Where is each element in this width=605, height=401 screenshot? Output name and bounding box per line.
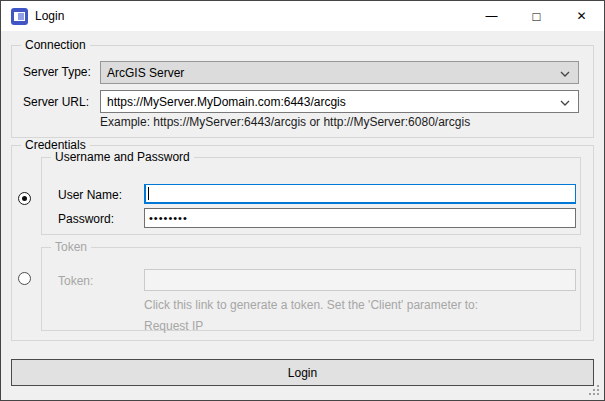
- server-type-label: Server Type:: [23, 65, 91, 79]
- password-input[interactable]: [144, 208, 576, 228]
- form-icon: [11, 8, 28, 25]
- minimize-icon: —: [486, 9, 498, 23]
- server-type-value: ArcGIS Server: [107, 66, 184, 80]
- connection-group-label: Connection: [21, 38, 90, 52]
- token-hint-text: Click this link to generate a token. Set…: [144, 298, 478, 312]
- chevron-down-icon: [560, 71, 570, 77]
- username-password-radio[interactable]: [18, 192, 31, 205]
- maximize-icon: □: [533, 9, 541, 24]
- user-name-label: User Name:: [58, 188, 122, 202]
- login-button[interactable]: Login: [11, 359, 594, 386]
- close-button[interactable]: ✕: [559, 1, 604, 31]
- server-url-label: Server URL:: [23, 95, 89, 109]
- text-caret: [148, 187, 149, 200]
- window-title: Login: [35, 9, 64, 23]
- login-button-label: Login: [288, 366, 317, 380]
- token-group-label: Token: [51, 240, 91, 254]
- server-url-value: https://MyServer.MyDomain.com:6443/arcgi…: [107, 95, 346, 109]
- token-input[interactable]: [144, 269, 576, 291]
- server-url-example: Example: https://MyServer:6443/arcgis or…: [100, 115, 470, 129]
- close-icon: ✕: [576, 9, 586, 23]
- request-ip-link[interactable]: Request IP: [144, 319, 203, 333]
- server-url-combobox[interactable]: https://MyServer.MyDomain.com:6443/arcgi…: [100, 90, 579, 113]
- password-label: Password:: [58, 212, 114, 226]
- server-type-dropdown[interactable]: ArcGIS Server: [100, 61, 579, 84]
- user-name-input[interactable]: [144, 184, 576, 204]
- token-radio[interactable]: [18, 272, 31, 285]
- resize-grip-icon[interactable]: [589, 385, 601, 397]
- maximize-button[interactable]: □: [514, 1, 559, 31]
- titlebar[interactable]: Login — □ ✕: [1, 1, 604, 31]
- token-label: Token:: [58, 274, 93, 288]
- minimize-button[interactable]: —: [469, 1, 514, 31]
- chevron-down-icon: [560, 100, 570, 106]
- username-password-group-label: Username and Password: [51, 150, 194, 164]
- login-dialog: Login — □ ✕ Connection Server Type: ArcG…: [0, 0, 605, 401]
